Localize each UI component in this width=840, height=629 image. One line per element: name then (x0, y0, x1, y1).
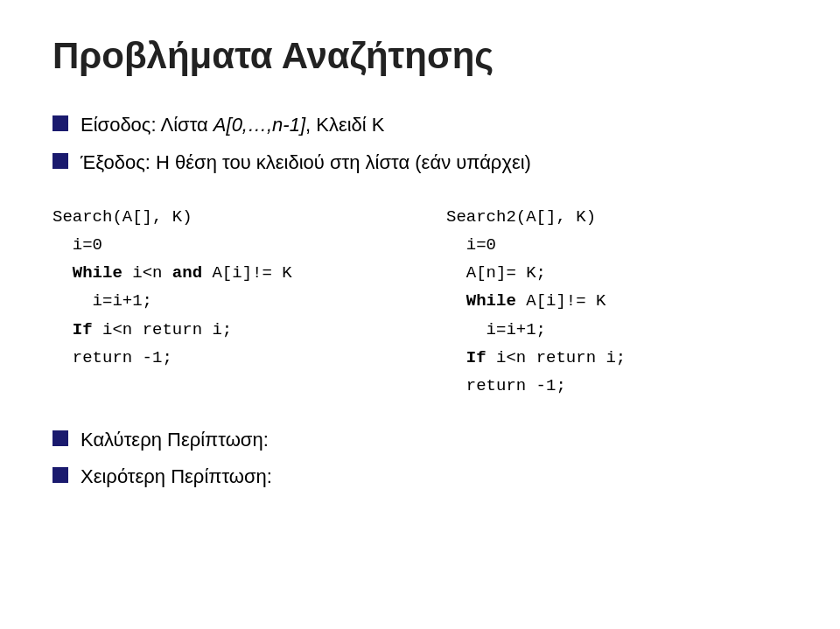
best-case-text: Καλύτερη Περίπτωση: (80, 427, 269, 454)
code-right-header: Search2(A[], K) (446, 203, 788, 231)
code-left-line-5: return -1; (52, 344, 394, 372)
code-left-header: Search(A[], K) (52, 203, 394, 231)
code-block-right: Search2(A[], K) i=0 A[n]= K; While A[i]!… (446, 203, 788, 401)
code-left-line-2: While i<n and A[i]!= K (52, 259, 394, 287)
bullet-icon-3 (52, 430, 68, 446)
output-text: Έξοδος: Η θέση του κλειδιού στη λίστα (ε… (80, 150, 531, 177)
code-left-line-3: i=i+1; (52, 287, 394, 315)
input-bullet-item: Είσοδος: Λίστα A[0,…,n-1], Κλειδί K (52, 112, 788, 139)
code-block-left: Search(A[], K) i=0 While i<n and A[i]!= … (52, 203, 394, 401)
output-bullet-item: Έξοδος: Η θέση του κλειδιού στη λίστα (ε… (52, 150, 788, 177)
best-case-bullet: Καλύτερη Περίπτωση: (52, 427, 788, 454)
bottom-bullets-section: Καλύτερη Περίπτωση: Χειρότερη Περίπτωση: (52, 427, 788, 492)
code-left-line-4: If i<n return i; (52, 316, 394, 344)
code-section: Search(A[], K) i=0 While i<n and A[i]!= … (52, 203, 788, 401)
code-right-line-4: i=i+1; (446, 316, 788, 344)
bullet-icon (52, 115, 68, 131)
code-left-line-1: i=0 (52, 231, 394, 259)
page-title: Προβλήματα Αναζήτησης (52, 35, 788, 77)
input-italic: A[0,…,n-1] (214, 114, 305, 136)
worst-case-bullet: Χειρότερη Περίπτωση: (52, 464, 788, 491)
input-output-section: Είσοδος: Λίστα A[0,…,n-1], Κλειδί K Έξοδ… (52, 112, 788, 177)
bullet-icon-4 (52, 467, 68, 483)
code-right-line-1: i=0 (446, 231, 788, 259)
worst-case-text: Χειρότερη Περίπτωση: (80, 464, 272, 491)
code-right-line-2: A[n]= K; (446, 259, 788, 287)
bullet-icon-2 (52, 153, 68, 169)
code-right-line-5: If i<n return i; (446, 344, 788, 372)
code-right-line-3: While A[i]!= K (446, 287, 788, 315)
input-text: Είσοδος: Λίστα A[0,…,n-1], Κλειδί K (80, 112, 385, 139)
code-right-line-6: return -1; (446, 372, 788, 400)
